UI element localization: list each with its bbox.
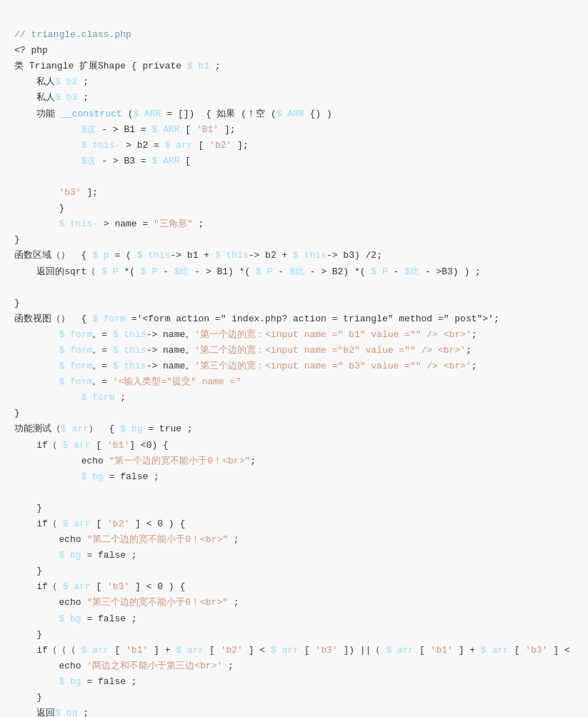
- code-block: // triangle.class.php <? php 类 Triangle …: [0, 0, 588, 717]
- comment-line: // triangle.class.php: [14, 29, 131, 40]
- class-decl: 类 Triangle 扩展Shape { private: [14, 61, 187, 71]
- php-open: <? php: [14, 45, 48, 56]
